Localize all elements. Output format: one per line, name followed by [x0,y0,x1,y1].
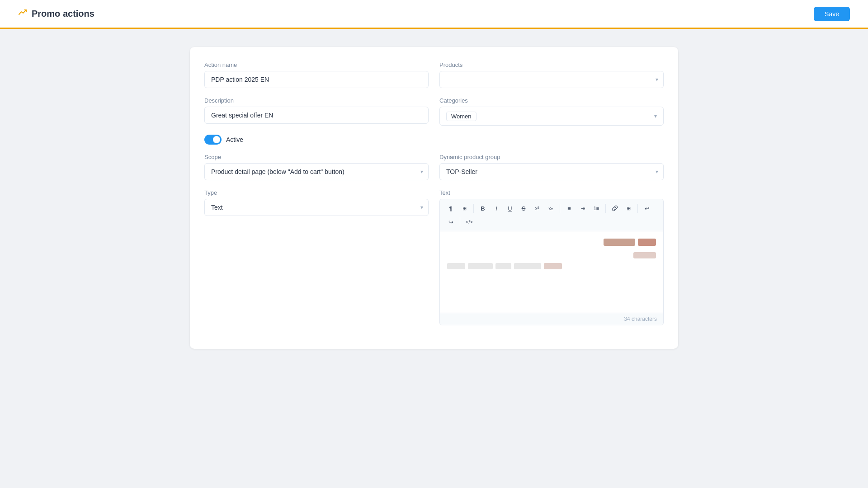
toolbar-subscript-btn[interactable]: x₂ [544,202,557,215]
products-select[interactable] [439,71,664,88]
active-row: Active [204,135,664,145]
header-left: Promo actions [18,8,94,19]
toolbar-divider-1 [473,204,474,213]
type-select[interactable]: Text [204,199,429,216]
page-content: Action name Products ▾ Description Ca [0,29,868,367]
blurred-text-6 [495,263,511,269]
toolbar-undo-btn[interactable]: ↩ [641,202,653,215]
categories-chevron-icon: ▾ [654,113,657,119]
active-label: Active [226,136,243,143]
dynamic-product-group-label: Dynamic product group [439,154,664,160]
dynamic-select[interactable]: TOP-Seller [439,163,664,180]
toolbar-code-btn[interactable]: </> [463,216,476,228]
toolbar-redo-btn[interactable]: ↪ [444,216,457,228]
blurred-text-8 [544,263,562,269]
form-card: Action name Products ▾ Description Ca [190,47,678,349]
toolbar-strikethrough-btn[interactable]: S [517,202,530,215]
active-toggle[interactable] [204,135,222,145]
blurred-text-3 [633,252,656,258]
toolbar-paragraph-btn[interactable]: ¶ [444,202,457,215]
toolbar-bold-btn[interactable]: B [476,202,489,215]
toolbar-table-btn[interactable]: ⊞ [622,202,635,215]
toolbar-underline-btn[interactable]: U [504,202,516,215]
blurred-text-1 [604,239,635,246]
editor-footer: 34 characters [440,313,663,325]
toolbar-superscript-btn[interactable]: x² [531,202,543,215]
editor-content [447,239,656,269]
editor-toolbar: ¶ ⊞ B I U S x² x₂ ≡ ⇥ 1≡ [440,199,663,231]
toolbar-italic-btn[interactable]: I [490,202,503,215]
action-name-group: Action name [204,61,429,88]
toolbar-link-btn[interactable] [609,202,621,215]
dynamic-select-wrapper: TOP-Seller ▾ [439,163,664,180]
blurred-text-4 [447,263,465,269]
description-label: Description [204,97,429,104]
categories-label: Categories [439,97,664,104]
promo-icon [18,8,27,19]
description-input[interactable] [204,107,429,124]
type-select-wrapper: Text ▾ [204,199,429,216]
blurred-text-5 [468,263,493,269]
save-button[interactable]: Save [814,7,850,21]
row-action-products: Action name Products ▾ [204,61,664,88]
toolbar-divider-3 [605,204,606,213]
categories-group: Categories Women ▾ [439,97,664,126]
categories-select[interactable]: Women ▾ [439,107,664,126]
scope-select-wrapper: Product detail page (below "Add to cart"… [204,163,429,180]
action-name-label: Action name [204,61,429,68]
editor-line-1 [447,239,656,246]
row-scope-dynamic: Scope Product detail page (below "Add to… [204,154,664,180]
type-label: Type [204,189,429,196]
page-header: Promo actions Save [0,0,868,29]
row-description-categories: Description Categories Women ▾ [204,97,664,126]
toolbar-divider-4 [637,204,638,213]
text-editor-group: Text ¶ ⊞ B I U S x² x₂ ≡ ⇥ [439,189,664,325]
products-label: Products [439,61,664,68]
editor-body[interactable] [440,231,663,313]
toolbar-list-btn[interactable]: 1≡ [590,202,603,215]
products-group: Products ▾ [439,61,664,88]
scope-label: Scope [204,154,429,160]
toolbar-divider-2 [560,204,560,213]
char-count: 34 characters [624,316,657,322]
page-title: Promo actions [32,9,94,19]
blurred-text-7 [514,263,541,269]
toolbar-divider-5 [460,217,460,226]
editor-line-2 [447,252,656,258]
editor-line-3 [447,263,656,269]
category-tag-women: Women [446,112,476,121]
scope-select[interactable]: Product detail page (below "Add to cart"… [204,163,429,180]
dynamic-group: Dynamic product group TOP-Seller ▾ [439,154,664,180]
action-name-input[interactable] [204,71,429,88]
type-group: Type Text ▾ [204,189,429,325]
products-select-wrapper: ▾ [439,71,664,88]
scope-group: Scope Product detail page (below "Add to… [204,154,429,180]
toggle-slider [204,135,222,145]
toolbar-format-btn[interactable]: ⊞ [458,202,471,215]
toolbar-align-btn[interactable]: ≡ [563,202,576,215]
toolbar-indent-btn[interactable]: ⇥ [576,202,589,215]
text-editor-label: Text [439,189,664,196]
blurred-text-2 [638,239,656,246]
row-type-text: Type Text ▾ Text ¶ ⊞ B I [204,189,664,325]
description-group: Description [204,97,429,126]
text-editor-container: ¶ ⊞ B I U S x² x₂ ≡ ⇥ 1≡ [439,199,664,325]
categories-select-wrapper[interactable]: Women ▾ [439,107,664,126]
